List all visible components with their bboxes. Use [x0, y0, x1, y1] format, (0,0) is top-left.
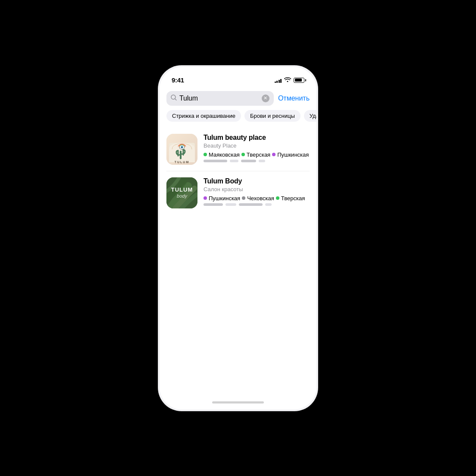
- search-icon: [171, 95, 177, 102]
- result-list: TULUM Tulum beauty place Beauty Place Ма…: [160, 128, 316, 214]
- salon-logo-tulum-body: TULUM body: [166, 177, 197, 208]
- metro-name: Тверская: [281, 195, 305, 202]
- phone-screen: 9:41: [160, 67, 316, 410]
- salon-name-tulum-beauty: Tulum beauty place: [204, 134, 310, 142]
- result-item-tulum-beauty[interactable]: TULUM Tulum beauty place Beauty Place Ма…: [166, 128, 310, 171]
- home-bar: [212, 401, 264, 403]
- metro-name: Тверская: [247, 151, 270, 158]
- cancel-button[interactable]: Отменить: [278, 95, 310, 102]
- filter-chip-brows[interactable]: Брови и ресницы: [244, 110, 301, 122]
- metro-dot: [204, 153, 207, 156]
- signal-icon: [275, 78, 282, 83]
- rating-bar: [239, 203, 263, 206]
- metro-dot: [204, 196, 207, 200]
- search-bar[interactable]: Tulum ✕: [166, 91, 274, 106]
- phone-frame: 9:41: [158, 66, 318, 411]
- metro-name: Пушкинская: [277, 151, 309, 158]
- salon-info-tulum-body: Tulum Body Салон красоты Пушкинская Чехо…: [204, 177, 310, 206]
- metro-name: Маяковская: [209, 151, 240, 158]
- battery-fill: [295, 79, 302, 82]
- metro-name: Пушкинская: [209, 195, 240, 202]
- svg-line-1: [175, 99, 176, 100]
- salon-type-tulum-beauty: Beauty Place: [204, 142, 310, 149]
- filter-chip-haircut[interactable]: Стрижка и окрашивание: [166, 110, 241, 122]
- salon-name-tulum-body: Tulum Body: [204, 177, 310, 185]
- rating-bar: [259, 160, 265, 162]
- metro-dot: [276, 196, 279, 200]
- rating-row-tulum-beauty: [204, 160, 310, 162]
- filter-chip-removal[interactable]: Удален...: [304, 110, 316, 122]
- main-content: Tulum ✕ Отменить Стрижка и окрашивание Б…: [160, 88, 316, 396]
- salon-info-tulum-beauty: Tulum beauty place Beauty Place Маяковск…: [204, 134, 310, 162]
- svg-point-6: [182, 146, 183, 148]
- wifi-icon: [284, 77, 291, 83]
- metro-dot: [241, 153, 245, 156]
- search-input[interactable]: Tulum: [179, 95, 259, 102]
- rating-row-tulum-body: [204, 203, 310, 206]
- rating-bar: [204, 203, 223, 206]
- tulum-body-logo-sub: body: [171, 193, 193, 199]
- svg-text:TULUM: TULUM: [175, 161, 190, 164]
- metro-row-tulum-body: Пушкинская Чеховская Тверская: [204, 195, 310, 202]
- metro-dot: [272, 153, 276, 156]
- salon-type-tulum-body: Салон красоты: [204, 186, 310, 192]
- status-icons: [275, 77, 305, 83]
- search-row: Tulum ✕ Отменить: [160, 88, 316, 110]
- metro-row-tulum-beauty: Маяковская Тверская Пушкинская: [204, 151, 310, 158]
- battery-icon: [294, 78, 304, 83]
- metro-name: Чеховская: [247, 195, 274, 202]
- home-indicator: [160, 396, 316, 410]
- search-clear-button[interactable]: ✕: [262, 95, 269, 102]
- status-time: 9:41: [172, 76, 184, 84]
- rating-bar: [204, 160, 227, 162]
- rating-bar: [230, 160, 238, 162]
- rating-bar: [265, 203, 272, 206]
- rating-bar: [225, 203, 236, 206]
- filter-row: Стрижка и окрашивание Брови и ресницы Уд…: [160, 110, 316, 128]
- salon-logo-tulum-beauty: TULUM: [166, 134, 197, 165]
- tulum-body-logo-main: TULUM: [171, 187, 193, 193]
- rating-bar: [241, 160, 256, 162]
- result-item-tulum-body[interactable]: TULUM body Tulum Body Салон красоты Пушк…: [166, 171, 310, 214]
- status-bar: 9:41: [160, 67, 316, 88]
- metro-dot: [242, 196, 245, 200]
